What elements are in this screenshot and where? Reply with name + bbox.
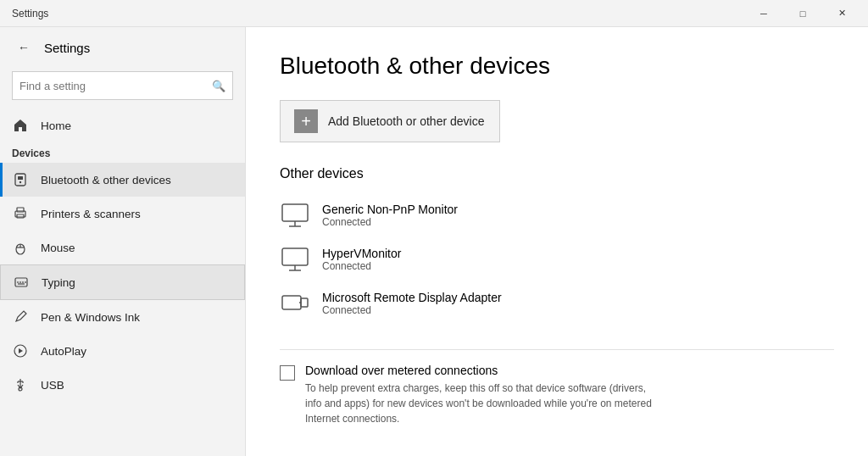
home-icon bbox=[12, 117, 29, 134]
svg-point-2 bbox=[19, 181, 21, 183]
minimize-button[interactable]: ─ bbox=[744, 0, 783, 27]
sidebar-item-bluetooth[interactable]: Bluetooth & other devices bbox=[0, 163, 245, 197]
svg-rect-21 bbox=[282, 204, 308, 221]
sidebar-item-label-usb: USB bbox=[41, 379, 64, 392]
device-info-2: Microsoft Remote Display Adapter Connect… bbox=[322, 291, 502, 316]
sidebar-app-title: Settings bbox=[44, 41, 90, 55]
search-icon: 🔍 bbox=[212, 80, 225, 92]
add-icon: + bbox=[294, 109, 318, 133]
sidebar-item-label-printers: Printers & scanners bbox=[41, 208, 141, 220]
mouse-icon bbox=[12, 239, 29, 256]
sidebar-item-printers[interactable]: Printers & scanners bbox=[0, 197, 245, 231]
search-box: 🔍 bbox=[12, 71, 233, 100]
sidebar: ← Settings 🔍 Home Devices bbox=[0, 27, 246, 456]
other-devices-heading: Other devices bbox=[280, 166, 834, 181]
metered-section: Download over metered connections To hel… bbox=[280, 364, 834, 426]
titlebar-title: Settings bbox=[7, 8, 744, 19]
sidebar-header: ← Settings bbox=[0, 27, 245, 68]
page-title: Bluetooth & other devices bbox=[280, 53, 834, 80]
sidebar-item-usb[interactable]: USB bbox=[0, 368, 245, 402]
autoplay-icon bbox=[12, 342, 29, 359]
device-name-1: HyperVMonitor bbox=[322, 247, 401, 260]
titlebar-controls: ─ □ ✕ bbox=[744, 0, 861, 27]
monitor-icon-1 bbox=[280, 244, 310, 275]
close-button[interactable]: ✕ bbox=[822, 0, 861, 27]
metered-label: Download over metered connections bbox=[305, 364, 661, 377]
sidebar-item-label-home: Home bbox=[41, 120, 71, 132]
device-status-2: Connected bbox=[322, 304, 502, 316]
divider bbox=[280, 349, 834, 350]
device-status-1: Connected bbox=[322, 260, 401, 272]
titlebar: Settings ─ □ ✕ bbox=[0, 0, 868, 27]
typing-icon bbox=[13, 274, 30, 291]
usb-icon bbox=[12, 376, 29, 393]
search-input[interactable] bbox=[19, 80, 212, 92]
svg-rect-1 bbox=[18, 176, 23, 180]
device-list: Generic Non-PnP Monitor Connected HyperV… bbox=[280, 193, 834, 325]
sidebar-item-label-bluetooth: Bluetooth & other devices bbox=[41, 174, 171, 186]
app-body: ← Settings 🔍 Home Devices bbox=[0, 27, 868, 456]
sidebar-item-mouse[interactable]: Mouse bbox=[0, 231, 245, 264]
sidebar-item-label-pen: Pen & Windows Ink bbox=[41, 311, 140, 324]
back-button[interactable]: ← bbox=[12, 36, 36, 59]
display-adapter-icon bbox=[280, 288, 310, 319]
svg-line-15 bbox=[18, 314, 20, 317]
device-info-0: Generic Non-PnP Monitor Connected bbox=[322, 203, 458, 228]
add-device-label: Add Bluetooth or other device bbox=[328, 114, 484, 128]
monitor-icon-0 bbox=[280, 200, 310, 231]
pen-icon bbox=[12, 309, 29, 325]
device-item-1: HyperVMonitor Connected bbox=[280, 237, 834, 281]
sidebar-item-home[interactable]: Home bbox=[0, 108, 245, 142]
device-name-0: Generic Non-PnP Monitor bbox=[322, 203, 458, 216]
sidebar-section-label: Devices bbox=[0, 142, 245, 163]
printer-icon bbox=[12, 205, 29, 222]
sidebar-item-label-typing: Typing bbox=[42, 276, 75, 289]
svg-rect-27 bbox=[282, 296, 301, 309]
sidebar-item-typing[interactable]: Typing bbox=[0, 264, 245, 300]
device-item-2: Microsoft Remote Display Adapter Connect… bbox=[280, 281, 834, 325]
sidebar-item-autoplay[interactable]: AutoPlay bbox=[0, 334, 245, 368]
device-info-1: HyperVMonitor Connected bbox=[322, 247, 401, 272]
main-panel: Bluetooth & other devices + Add Bluetoot… bbox=[246, 27, 868, 456]
device-name-2: Microsoft Remote Display Adapter bbox=[322, 291, 502, 304]
add-device-button[interactable]: + Add Bluetooth or other device bbox=[280, 100, 500, 142]
sidebar-item-label-autoplay: AutoPlay bbox=[41, 345, 86, 358]
maximize-button[interactable]: □ bbox=[783, 0, 822, 27]
device-status-0: Connected bbox=[322, 216, 458, 228]
metered-checkbox[interactable] bbox=[280, 365, 295, 381]
sidebar-item-label-mouse: Mouse bbox=[41, 242, 75, 254]
metered-text: Download over metered connections To hel… bbox=[305, 364, 661, 426]
device-item-0: Generic Non-PnP Monitor Connected bbox=[280, 193, 834, 237]
svg-rect-28 bbox=[301, 298, 308, 307]
bluetooth-icon bbox=[12, 171, 29, 188]
sidebar-item-pen[interactable]: Pen & Windows Ink bbox=[0, 300, 245, 334]
svg-rect-24 bbox=[282, 248, 308, 265]
metered-description: To help prevent extra charges, keep this… bbox=[305, 381, 661, 426]
